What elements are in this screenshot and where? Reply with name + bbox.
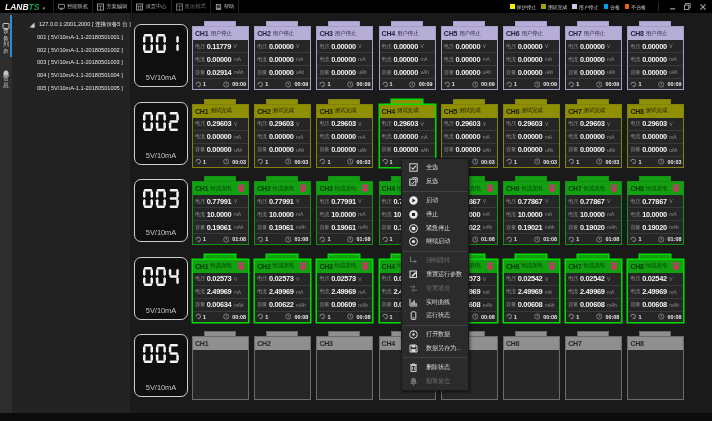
channel-card[interactable]: CH1用户停止电压0.11779V电流0.00000mA容量0.02914mAh… — [192, 21, 249, 90]
logo-caret-icon[interactable]: ▾ — [42, 5, 45, 11]
elapsed-time: 00:08 — [596, 313, 619, 320]
channel-card[interactable]: CH6电压电流容量 — [503, 331, 560, 400]
context-menu-item[interactable]: 打开数据 — [402, 328, 468, 342]
current-value: 10.0000 — [580, 210, 605, 219]
voltage-value: 0.29603 — [642, 119, 667, 128]
field-unit: mAh — [296, 302, 305, 308]
tree-device-item[interactable]: 004 [ 5V/10mA-1.1-20180501004 ] — [12, 69, 130, 82]
card-body: CH6电压电流容量 — [503, 336, 560, 400]
minimize-button[interactable] — [665, 0, 680, 13]
channel-card[interactable]: CH2恒流充电电压0.77991V电流10.0000mA容量0.19061mAh… — [254, 176, 311, 245]
card-header: CH1测试完成 — [193, 105, 248, 118]
context-menu-item[interactable]: 数据另存为... — [402, 342, 468, 356]
field-label: 电流 — [630, 211, 640, 218]
elapsed-time: 00:08 — [223, 313, 246, 320]
tab-message[interactable]: 信息 — [0, 60, 12, 88]
device-number-panel[interactable]: 5V/10mA — [134, 179, 188, 242]
channel-card[interactable]: CH6恒流充电电压0.02542V电流2.49969mA容量0.00608mAh… — [503, 254, 560, 323]
channel-card[interactable]: CH7恒流充电电压0.77867V电流10.0000mA容量0.19020mAh… — [565, 176, 622, 245]
tree-device-item[interactable]: 005 [ 5V/10mA-1.1-20180501005 ] — [12, 82, 130, 95]
tree-device-item[interactable]: 002 [ 5V/10mA-1.1-20180501002 ] — [12, 44, 130, 57]
tree-device-item[interactable]: 003 [ 5V/10mA-1.1-20180501003 ] — [12, 56, 130, 69]
context-menu-item[interactable]: 启动 — [402, 194, 468, 208]
channel-card[interactable]: CH7电压电流容量 — [565, 331, 622, 400]
elapsed-time-value: 00:09 — [419, 81, 433, 87]
context-menu-item[interactable]: 反选 — [402, 175, 468, 189]
channel-card[interactable]: CH7恒流充电电压0.02542V电流2.49969mA容量0.00608mAh… — [565, 254, 622, 323]
channel-card[interactable]: CH3电压电流容量 — [316, 331, 373, 400]
context-menu-item[interactable]: 重置运行参数 — [402, 268, 468, 282]
channel-card[interactable]: CH8恒流充电电压0.77867V电流10.0000mA容量0.19020mAh… — [627, 176, 684, 245]
field-unit: mAh — [234, 69, 243, 75]
card-fields: 电压0.29603V电流0.00000mA容量0.00000uAh — [566, 118, 621, 157]
channel-card[interactable]: CH3恒流充电电压0.02573V电流2.49969mA容量0.00609mAh… — [316, 254, 373, 323]
channel-card[interactable]: CH3恒流充电电压0.77991V电流10.0000mA容量0.19061mAh… — [316, 176, 373, 245]
channel-card[interactable]: CH8用户停止电压0.00000V电流0.00000mA容量0.00000uAh… — [627, 21, 684, 90]
legend-item-3: 用户停止 — [572, 4, 598, 10]
restore-button[interactable] — [680, 0, 695, 13]
channel-card[interactable]: CH2电压电流容量 — [254, 331, 311, 400]
channel-card[interactable]: CH6恒流充电电压0.77867V电流10.0000mA容量0.19021mAh… — [503, 176, 560, 245]
device-number-panel[interactable]: 5V/10mA — [134, 257, 188, 320]
tree-root-node[interactable]: 127.0.0.1:2001,2000 [ 连接设备5 台 ] — [12, 18, 130, 31]
channel-card[interactable]: CH2测试完成电压0.29603V电流0.00000mA容量0.00000uAh… — [254, 99, 311, 168]
charging-icon — [610, 184, 618, 193]
channel-card[interactable]: CH7测试完成电压0.29603V电流0.00000mA容量0.00000uAh… — [565, 99, 622, 168]
channel-card[interactable]: CH2用户停止电压0.00000V电流0.00000mA容量0.00000uAh… — [254, 21, 311, 90]
close-button[interactable] — [695, 0, 710, 13]
channel-card[interactable]: CH6用户停止电压0.00000V电流0.00000mA容量0.00000uAh… — [503, 21, 560, 90]
menu-item-label: 设置中心 — [145, 3, 166, 10]
field-unit: uAh — [483, 147, 491, 153]
loop-count: 1 — [638, 236, 641, 242]
channel-card[interactable]: CH4用户停止电压0.00000V电流0.00000mA容量0.00000uAh… — [379, 21, 436, 90]
channel-card[interactable]: CH1电压电流容量 — [192, 331, 249, 400]
context-menu-item[interactable]: 紧急停止 — [402, 221, 468, 235]
channel-card[interactable]: CH3测试完成电压0.29603V电流0.00000mA容量0.00000uAh… — [316, 99, 373, 168]
card-header: CH1用户停止 — [193, 27, 248, 40]
channel-card[interactable]: CH7用户停止电压0.00000V电流0.00000mA容量0.00000uAh… — [565, 21, 622, 90]
context-menu-item[interactable]: 停止 — [402, 207, 468, 221]
loop-count-icon — [630, 81, 637, 88]
menu-item-3[interactable]: 设置中心 — [131, 0, 170, 13]
menu-item-5[interactable]: 帮助 — [210, 0, 240, 13]
card-fields: 电压0.77991V电流10.0000mA容量0.19061mAh — [317, 195, 372, 234]
channel-card[interactable]: CH8电压电流容量 — [627, 331, 684, 400]
capacity-value: 0.00608 — [642, 300, 667, 309]
voltage-field: 电压0.02542V — [504, 273, 559, 286]
tab-device-list[interactable]: 设备列表 — [0, 13, 12, 54]
capacity-field: 容量0.19061mAh — [193, 221, 248, 234]
tree-expand-icon[interactable] — [30, 22, 35, 27]
voltage-field: 电压0.29603V — [255, 118, 310, 131]
context-menu-item[interactable]: 全选 — [402, 161, 468, 175]
context-menu-item[interactable]: 删除状态 — [402, 360, 468, 374]
channel-card[interactable]: CH1恒流充电电压0.77991V电流10.0000mA容量0.19061mAh… — [192, 176, 249, 245]
context-menu-item[interactable]: 实时曲线 — [402, 295, 468, 309]
card-footer: 100:09 — [442, 79, 497, 89]
device-number-panel[interactable]: 5V/10mA — [134, 24, 188, 87]
voltage-value: 0.02573 — [331, 274, 356, 283]
menu-item-4[interactable]: 显示模式 — [171, 0, 210, 13]
channel-card[interactable]: CH5用户停止电压0.00000V电流0.00000mA容量0.00000uAh… — [441, 21, 498, 90]
field-label: 电流 — [444, 133, 454, 140]
current-value: 0.00000 — [207, 132, 232, 141]
channel-card[interactable]: CH2恒流充电电压0.02573V电流2.49969mA容量0.00622mAh… — [254, 254, 311, 323]
card-body: CH8恒流充电电压0.77867V电流10.0000mA容量0.19020mAh… — [627, 181, 684, 245]
channel-card[interactable]: CH1测试完成电压0.29603V电流0.00000mA容量0.00000uAh… — [192, 99, 249, 168]
channel-card[interactable]: CH3用户停止电压0.00000V电流0.00000mA容量0.00000uAh… — [316, 21, 373, 90]
channel-card[interactable]: CH1恒流充电电压0.02573V电流2.49969mA容量0.00634mAh… — [192, 254, 249, 323]
device-number-panel[interactable]: 5V/10mA — [134, 102, 188, 165]
menu-item-1[interactable]: 智能联机 — [53, 0, 92, 13]
device-number-panel[interactable]: 5V/10mA — [134, 334, 188, 397]
tree-device-item[interactable]: 001 [ 5V/10mA-1.1-20180501001 ] — [12, 31, 130, 44]
legend-color-swatch — [625, 4, 630, 9]
channel-card[interactable]: CH8测试完成电压0.29603V电流0.00000mA容量0.00000uAh… — [627, 99, 684, 168]
seven-segment-display — [143, 189, 179, 208]
field-label: 容量 — [630, 146, 640, 153]
menu-item-2[interactable]: 方案编辑 — [92, 0, 131, 13]
context-menu-item[interactable]: 继续启动 — [402, 235, 468, 249]
capacity-field: 容量0.00622mAh — [255, 299, 310, 312]
context-menu-item[interactable]: 运行状态 — [402, 309, 468, 323]
channel-card[interactable]: CH8恒流充电电压0.02542V电流2.49969mA容量0.00608mAh… — [627, 254, 684, 323]
card-footer: 100:09 — [566, 79, 621, 89]
channel-card[interactable]: CH6测试完成电压0.29603V电流0.00000mA容量0.00000uAh… — [503, 99, 560, 168]
